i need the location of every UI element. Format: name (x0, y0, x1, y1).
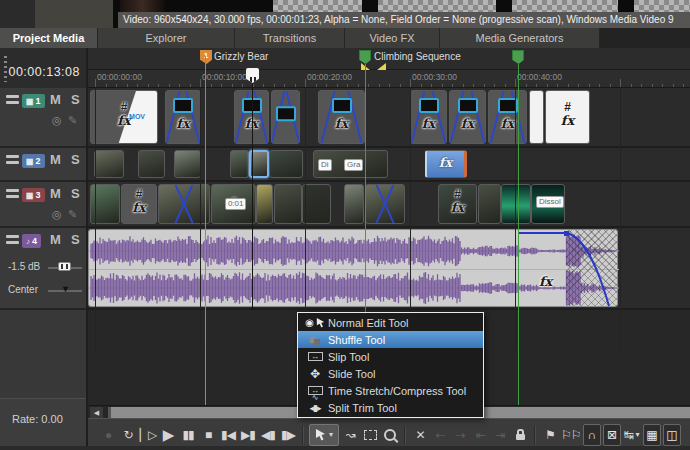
timeline-clip[interactable] (269, 150, 303, 178)
fx-icon[interactable]: fx (450, 117, 485, 131)
edit-cursor-line[interactable] (252, 84, 253, 310)
mute-button[interactable]: M (50, 186, 61, 201)
timeline-clip[interactable] (271, 90, 300, 144)
lock-button[interactable] (511, 424, 529, 446)
scroll-left-button[interactable]: ◀ (90, 407, 103, 418)
loop-marker-icon[interactable] (377, 63, 386, 70)
timeline-clip[interactable] (529, 90, 544, 144)
automation-icon[interactable]: ◎ (52, 114, 62, 127)
automation-icon[interactable]: ◎ (52, 208, 62, 221)
timeline-clip[interactable]: fx (449, 90, 486, 144)
fx-icon[interactable]: fx (91, 114, 157, 128)
volume-slider-handle[interactable] (58, 262, 71, 271)
timeline-clip[interactable] (256, 184, 273, 224)
menu-item-time-stretch-compress-tool[interactable]: ↔∿Time Stretch/Compress Tool (298, 382, 483, 399)
fx-icon[interactable]: fx (439, 201, 476, 215)
solo-button[interactable]: S (71, 186, 80, 201)
fx-icon[interactable]: fx (539, 274, 552, 289)
tab-transitions[interactable]: Transitions (235, 28, 345, 48)
menu-item-split-trim-tool[interactable]: ◂▮▸Split Trim Tool (298, 399, 483, 416)
track-number-badge[interactable]: ▦3 (22, 188, 45, 202)
edit-tool-button[interactable]: ▾ (309, 424, 339, 446)
fx-icon[interactable]: fx (427, 156, 464, 170)
timeline-clip[interactable]: fx (318, 90, 365, 144)
timeline-clip[interactable]: DiGra (313, 150, 388, 178)
volume-envelope[interactable] (89, 230, 619, 308)
marker-tag[interactable]: 1 (200, 50, 212, 64)
tab-media-generators[interactable]: Media Generators (440, 28, 600, 48)
timeline-clip[interactable] (365, 184, 405, 224)
timeline-clip[interactable]: #fx (438, 184, 477, 224)
track-number-badge[interactable]: ▦1 (22, 94, 45, 108)
timeline-clip[interactable] (302, 184, 331, 224)
insert-marker-button[interactable]: ⚑ (541, 424, 559, 446)
solo-button[interactable]: S (71, 232, 80, 247)
play-button[interactable]: ▶ (159, 424, 177, 446)
auto-ripple-button[interactable]: ⊠ (603, 424, 621, 446)
track-header-2[interactable]: ▦2MS (0, 148, 86, 182)
play-from-start-button[interactable]: ▏▷ (139, 424, 157, 446)
toolbar-extra-icon-1[interactable]: ▦ (643, 424, 661, 446)
inactive-tool-icon-3[interactable]: ⇤ (471, 424, 489, 446)
timeline-clip[interactable]: fx (165, 90, 201, 144)
fx-icon[interactable]: fx (166, 117, 200, 131)
insert-region-button[interactable]: ⚐⚐ (561, 424, 581, 446)
envelope-tool-button[interactable]: ↝ (341, 424, 359, 446)
region-start-tag[interactable] (359, 50, 371, 64)
inactive-tool-icon-1[interactable]: ⇠ (431, 424, 449, 446)
timeline-clip[interactable]: #fx (121, 184, 157, 224)
fx-icon[interactable]: fx (546, 114, 589, 128)
timeline-clip[interactable]: fx (410, 90, 447, 144)
go-to-start-button[interactable]: ▮◀ (219, 424, 237, 446)
timeline-clip[interactable] (274, 184, 302, 224)
playhead-marker-line[interactable] (205, 56, 206, 405)
track-lane-4[interactable]: fx (88, 228, 690, 310)
zoom-edit-tool-button[interactable] (381, 424, 399, 446)
track-lane-2[interactable]: DiGrafx (88, 148, 690, 182)
timeline-clip[interactable]: #0:01 (211, 184, 256, 224)
chevron-down-icon[interactable]: ▾ (329, 430, 333, 439)
track-minimize-icon[interactable] (6, 95, 19, 107)
tab-project-media[interactable]: Project Media (0, 28, 98, 48)
toolbar-extra-icon-2[interactable]: ◫ (663, 424, 681, 446)
track-header-3[interactable]: ▦3MS◎✎ (0, 182, 86, 228)
selection-tool-button[interactable] (361, 424, 379, 446)
tab-explorer[interactable]: Explorer (98, 28, 235, 48)
track-minimize-icon[interactable] (6, 189, 19, 201)
timeline-clip[interactable] (478, 184, 501, 224)
track-lane-3[interactable]: #fx#0:01#fxDissol (88, 182, 690, 228)
fx-icon[interactable]: fx (489, 117, 526, 131)
record-button[interactable]: ● (99, 424, 117, 446)
snap-button[interactable]: ∩ (583, 424, 601, 446)
lock-envelopes-button[interactable]: ↹▾ (623, 424, 641, 446)
timecode-display[interactable]: 00:00:13:08 (0, 48, 86, 89)
timeline-clip[interactable] (501, 184, 531, 224)
menu-item-slip-tool[interactable]: ↔Slip Tool (298, 348, 483, 365)
loop-playback-button[interactable]: ↻ (119, 424, 137, 446)
stop-button[interactable]: ■ (199, 424, 217, 446)
timeline-clip[interactable]: #fx (545, 90, 590, 144)
mute-button[interactable]: M (50, 92, 61, 107)
timeline-clip[interactable] (230, 150, 249, 178)
panel-grip-icon[interactable] (4, 56, 7, 82)
region-end-tag[interactable] (512, 50, 524, 64)
track-minimize-icon[interactable] (6, 155, 19, 167)
mute-button[interactable]: M (50, 232, 61, 247)
timeline-clip[interactable]: Dissol (531, 184, 565, 224)
timeline-clip[interactable]: fx (488, 90, 527, 144)
track-header-4[interactable]: ♪4MS-1.5 dBCenter▼ (0, 228, 86, 310)
fx-icon[interactable]: fx (411, 117, 446, 131)
inactive-tool-icon-2[interactable]: ⇢ (451, 424, 469, 446)
delete-button[interactable]: ✕ (411, 424, 429, 446)
track-lane-1[interactable]: #fxMOVfxfxfxfxfxfx#fx (88, 88, 690, 148)
menu-item-normal-edit-tool[interactable]: ◉Normal Edit Tool (298, 314, 483, 331)
timeline-clip[interactable]: fx (425, 150, 467, 178)
chevron-down-icon[interactable]: ▾ (636, 430, 640, 439)
track-header-1[interactable]: ▦1MS◎✎ (0, 88, 86, 148)
timeline-clip[interactable] (158, 184, 210, 224)
timeline-clip[interactable] (344, 184, 364, 224)
marker-bar[interactable]: 1Grizzly BearClimbing Sequence (88, 48, 690, 70)
solo-button[interactable]: S (71, 92, 80, 107)
timeline-clip[interactable] (174, 150, 201, 178)
previous-frame-button[interactable]: ◀▮ (259, 424, 277, 446)
